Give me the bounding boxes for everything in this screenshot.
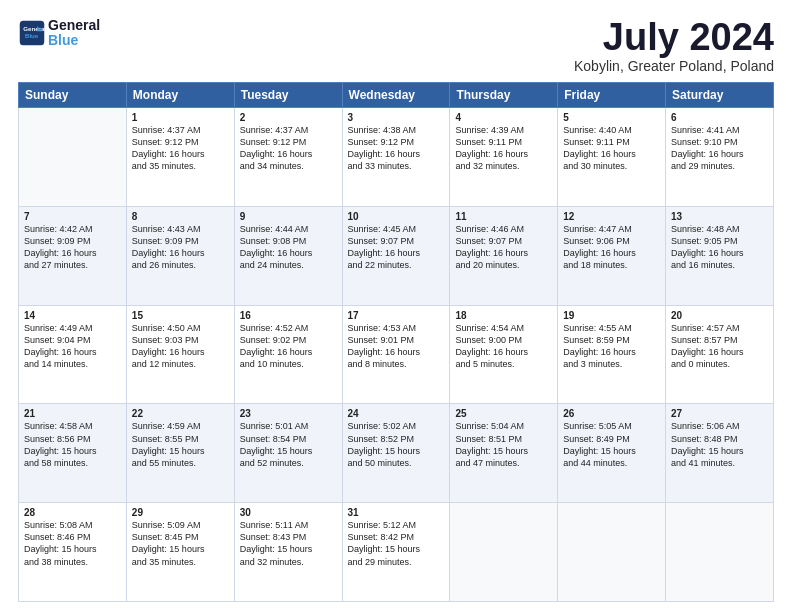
day-cell [558,503,666,602]
day-info: Sunrise: 4:55 AM Sunset: 8:59 PM Dayligh… [563,322,660,371]
day-info: Sunrise: 4:41 AM Sunset: 9:10 PM Dayligh… [671,124,768,173]
day-info: Sunrise: 4:44 AM Sunset: 9:08 PM Dayligh… [240,223,337,272]
day-number: 17 [348,310,445,321]
day-cell [666,503,774,602]
day-cell: 1Sunrise: 4:37 AM Sunset: 9:12 PM Daylig… [126,108,234,207]
week-row: 21Sunrise: 4:58 AM Sunset: 8:56 PM Dayli… [19,404,774,503]
day-number: 21 [24,408,121,419]
day-number: 10 [348,211,445,222]
day-info: Sunrise: 4:38 AM Sunset: 9:12 PM Dayligh… [348,124,445,173]
day-number: 30 [240,507,337,518]
day-cell: 14Sunrise: 4:49 AM Sunset: 9:04 PM Dayli… [19,305,127,404]
week-row: 14Sunrise: 4:49 AM Sunset: 9:04 PM Dayli… [19,305,774,404]
day-number: 16 [240,310,337,321]
day-cell: 31Sunrise: 5:12 AM Sunset: 8:42 PM Dayli… [342,503,450,602]
day-info: Sunrise: 4:43 AM Sunset: 9:09 PM Dayligh… [132,223,229,272]
day-number: 22 [132,408,229,419]
day-number: 1 [132,112,229,123]
day-cell: 11Sunrise: 4:46 AM Sunset: 9:07 PM Dayli… [450,206,558,305]
day-cell: 15Sunrise: 4:50 AM Sunset: 9:03 PM Dayli… [126,305,234,404]
logo-line2: Blue [48,33,100,48]
day-cell: 20Sunrise: 4:57 AM Sunset: 8:57 PM Dayli… [666,305,774,404]
header-row: SundayMondayTuesdayWednesdayThursdayFrid… [19,83,774,108]
svg-text:Blue: Blue [25,33,39,40]
day-number: 5 [563,112,660,123]
day-cell: 29Sunrise: 5:09 AM Sunset: 8:45 PM Dayli… [126,503,234,602]
day-cell: 4Sunrise: 4:39 AM Sunset: 9:11 PM Daylig… [450,108,558,207]
day-cell: 19Sunrise: 4:55 AM Sunset: 8:59 PM Dayli… [558,305,666,404]
day-info: Sunrise: 4:57 AM Sunset: 8:57 PM Dayligh… [671,322,768,371]
header-day-wednesday: Wednesday [342,83,450,108]
day-cell: 23Sunrise: 5:01 AM Sunset: 8:54 PM Dayli… [234,404,342,503]
day-number: 6 [671,112,768,123]
day-info: Sunrise: 4:49 AM Sunset: 9:04 PM Dayligh… [24,322,121,371]
day-info: Sunrise: 4:42 AM Sunset: 9:09 PM Dayligh… [24,223,121,272]
day-cell: 30Sunrise: 5:11 AM Sunset: 8:43 PM Dayli… [234,503,342,602]
day-info: Sunrise: 4:50 AM Sunset: 9:03 PM Dayligh… [132,322,229,371]
header-day-sunday: Sunday [19,83,127,108]
day-number: 23 [240,408,337,419]
day-number: 9 [240,211,337,222]
day-info: Sunrise: 4:37 AM Sunset: 9:12 PM Dayligh… [132,124,229,173]
day-cell [19,108,127,207]
day-info: Sunrise: 4:54 AM Sunset: 9:00 PM Dayligh… [455,322,552,371]
day-info: Sunrise: 5:06 AM Sunset: 8:48 PM Dayligh… [671,420,768,469]
day-info: Sunrise: 5:02 AM Sunset: 8:52 PM Dayligh… [348,420,445,469]
day-info: Sunrise: 4:48 AM Sunset: 9:05 PM Dayligh… [671,223,768,272]
day-info: Sunrise: 4:47 AM Sunset: 9:06 PM Dayligh… [563,223,660,272]
calendar-header: SundayMondayTuesdayWednesdayThursdayFrid… [19,83,774,108]
day-number: 20 [671,310,768,321]
day-cell: 2Sunrise: 4:37 AM Sunset: 9:12 PM Daylig… [234,108,342,207]
day-cell: 25Sunrise: 5:04 AM Sunset: 8:51 PM Dayli… [450,404,558,503]
day-number: 12 [563,211,660,222]
logo-line1: General [48,18,100,33]
day-number: 26 [563,408,660,419]
day-info: Sunrise: 5:11 AM Sunset: 8:43 PM Dayligh… [240,519,337,568]
day-number: 28 [24,507,121,518]
day-cell: 12Sunrise: 4:47 AM Sunset: 9:06 PM Dayli… [558,206,666,305]
header-day-thursday: Thursday [450,83,558,108]
day-info: Sunrise: 4:37 AM Sunset: 9:12 PM Dayligh… [240,124,337,173]
day-number: 14 [24,310,121,321]
day-cell: 7Sunrise: 4:42 AM Sunset: 9:09 PM Daylig… [19,206,127,305]
logo: General Blue General Blue [18,18,100,49]
day-info: Sunrise: 5:09 AM Sunset: 8:45 PM Dayligh… [132,519,229,568]
header-day-saturday: Saturday [666,83,774,108]
day-number: 19 [563,310,660,321]
subtitle: Kobylin, Greater Poland, Poland [574,58,774,74]
day-number: 31 [348,507,445,518]
day-cell: 9Sunrise: 4:44 AM Sunset: 9:08 PM Daylig… [234,206,342,305]
day-cell: 16Sunrise: 4:52 AM Sunset: 9:02 PM Dayli… [234,305,342,404]
day-info: Sunrise: 5:08 AM Sunset: 8:46 PM Dayligh… [24,519,121,568]
page: General Blue General Blue July 2024 Koby… [0,0,792,612]
day-info: Sunrise: 4:45 AM Sunset: 9:07 PM Dayligh… [348,223,445,272]
day-number: 18 [455,310,552,321]
day-cell: 24Sunrise: 5:02 AM Sunset: 8:52 PM Dayli… [342,404,450,503]
day-cell: 10Sunrise: 4:45 AM Sunset: 9:07 PM Dayli… [342,206,450,305]
day-info: Sunrise: 4:58 AM Sunset: 8:56 PM Dayligh… [24,420,121,469]
header-day-tuesday: Tuesday [234,83,342,108]
header: General Blue General Blue July 2024 Koby… [18,18,774,74]
day-info: Sunrise: 5:04 AM Sunset: 8:51 PM Dayligh… [455,420,552,469]
day-number: 13 [671,211,768,222]
day-cell: 5Sunrise: 4:40 AM Sunset: 9:11 PM Daylig… [558,108,666,207]
day-number: 29 [132,507,229,518]
day-number: 15 [132,310,229,321]
day-number: 4 [455,112,552,123]
week-row: 1Sunrise: 4:37 AM Sunset: 9:12 PM Daylig… [19,108,774,207]
day-number: 27 [671,408,768,419]
day-info: Sunrise: 5:12 AM Sunset: 8:42 PM Dayligh… [348,519,445,568]
day-cell: 8Sunrise: 4:43 AM Sunset: 9:09 PM Daylig… [126,206,234,305]
day-number: 8 [132,211,229,222]
day-number: 25 [455,408,552,419]
title-block: July 2024 Kobylin, Greater Poland, Polan… [574,18,774,74]
day-info: Sunrise: 4:53 AM Sunset: 9:01 PM Dayligh… [348,322,445,371]
day-cell: 18Sunrise: 4:54 AM Sunset: 9:00 PM Dayli… [450,305,558,404]
day-cell: 21Sunrise: 4:58 AM Sunset: 8:56 PM Dayli… [19,404,127,503]
day-cell: 22Sunrise: 4:59 AM Sunset: 8:55 PM Dayli… [126,404,234,503]
week-row: 7Sunrise: 4:42 AM Sunset: 9:09 PM Daylig… [19,206,774,305]
day-number: 3 [348,112,445,123]
calendar-table: SundayMondayTuesdayWednesdayThursdayFrid… [18,82,774,602]
day-info: Sunrise: 4:52 AM Sunset: 9:02 PM Dayligh… [240,322,337,371]
day-number: 24 [348,408,445,419]
